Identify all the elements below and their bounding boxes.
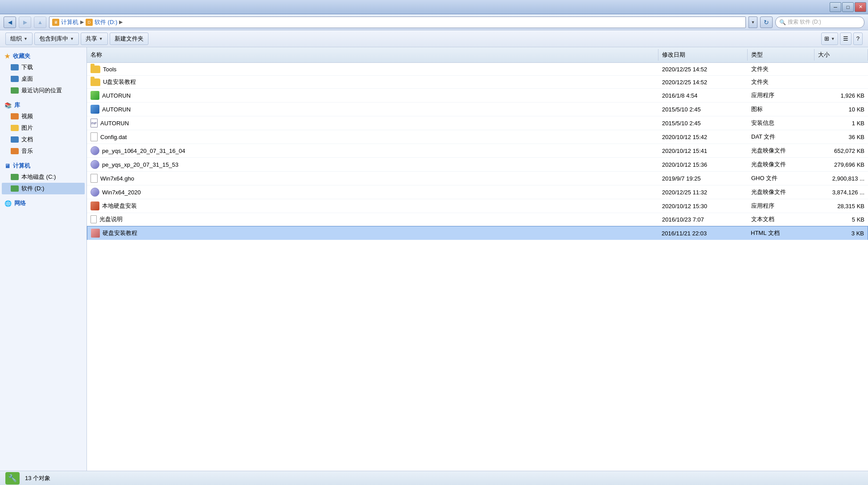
video-label: 视频 [21, 112, 33, 120]
file-date-cell: 2015/5/10 2:45 [658, 104, 748, 115]
sidebar-item-image[interactable]: 图片 [2, 122, 85, 134]
col-header-size[interactable]: 大小 [815, 49, 868, 61]
iso-icon [91, 160, 99, 169]
iso-icon [91, 146, 99, 155]
organize-dropdown-arrow: ▼ [24, 37, 28, 41]
recent-label: 最近访问的位置 [21, 86, 62, 95]
table-row[interactable]: 本地硬盘安装 2020/10/12 15:30 应用程序 28,315 KB [87, 199, 868, 213]
title-bar: ─ □ ✕ [0, 0, 868, 14]
help-icon: ? [856, 35, 860, 42]
new-folder-button[interactable]: 新建文件夹 [110, 33, 148, 45]
help-button[interactable]: ? [853, 33, 863, 45]
file-size-cell: 36 KB [815, 132, 868, 143]
table-row[interactable]: pe_yqs_xp_20_07_31_15_53 2020/10/12 15:3… [87, 158, 868, 172]
folder-icon [91, 66, 100, 73]
table-row[interactable]: AUTORUN 2015/5/10 2:45 图标 10 KB [87, 103, 868, 116]
status-app-icon: 🔧 [5, 472, 20, 485]
library-dropdown-arrow: ▼ [70, 37, 74, 41]
recent-icon [11, 87, 19, 94]
table-row[interactable]: 硬盘安装教程 2016/11/21 22:03 HTML 文档 3 KB [87, 226, 868, 240]
file-date-cell: 2016/10/23 7:07 [658, 214, 748, 225]
col-header-type[interactable]: 类型 [748, 49, 815, 61]
file-name: Win7x64_2020 [102, 189, 141, 196]
search-box[interactable]: 🔍 搜索 软件 (D:) [775, 16, 864, 28]
sidebar-favorites-header[interactable]: ★ 收藏夹 [2, 51, 85, 62]
file-size-cell: 3 KB [814, 228, 868, 239]
folder-icon [91, 78, 100, 86]
favorites-label: 收藏夹 [13, 52, 30, 60]
new-folder-label: 新建文件夹 [115, 35, 144, 43]
download-folder-icon [11, 64, 19, 70]
file-date-cell: 2015/5/10 2:45 [658, 118, 748, 129]
share-label: 共享 [86, 35, 97, 43]
sidebar-item-desktop[interactable]: 桌面 [2, 73, 85, 85]
file-size-cell: 5 KB [815, 214, 868, 225]
sidebar-computer-header[interactable]: 🖥 计算机 [2, 160, 85, 171]
col-header-date[interactable]: 修改日期 [658, 49, 748, 61]
library-button[interactable]: 包含到库中 ▼ [34, 33, 79, 45]
table-row[interactable]: INF AUTORUN 2015/5/10 2:45 安装信息 1 KB [87, 116, 868, 130]
file-date-cell: 2020/10/12 15:36 [658, 159, 748, 170]
inf-icon: INF [91, 119, 98, 127]
file-size-cell: 279,696 KB [815, 159, 868, 170]
file-type-cell: 文件夹 [748, 63, 815, 75]
close-button[interactable]: ✕ [855, 2, 866, 12]
details-view-button[interactable]: ☰ [840, 33, 852, 45]
address-path-bar[interactable]: 🖥 计算机 ▶ D 软件 (D:) ▶ [49, 16, 746, 28]
file-size-cell [815, 67, 868, 71]
organize-label: 组织 [10, 35, 22, 43]
table-row[interactable]: AUTORUN 2016/1/8 4:54 应用程序 1,926 KB [87, 89, 868, 103]
sidebar-item-download[interactable]: 下载 [2, 62, 85, 73]
file-size-cell: 2,900,813 ... [815, 173, 868, 184]
exe-red-icon [91, 201, 99, 210]
sidebar-item-video[interactable]: 视频 [2, 111, 85, 122]
music-icon [11, 148, 19, 154]
ico-icon [91, 105, 99, 114]
file-type-cell: 文件夹 [748, 76, 815, 88]
file-type-cell: 光盘映像文件 [748, 158, 815, 171]
sidebar-network-header[interactable]: 🌐 网络 [2, 198, 85, 209]
view-dropdown-arrow: ▼ [831, 37, 835, 41]
table-row[interactable]: Config.dat 2020/10/12 15:42 DAT 文件 36 KB [87, 130, 868, 144]
file-name-cell: Config.dat [87, 130, 658, 144]
file-date-cell: 2020/12/25 14:52 [658, 64, 748, 75]
sidebar: ★ 收藏夹 下载 桌面 最近访问的位置 📚 库 [0, 47, 87, 471]
refresh-button[interactable]: ↻ [760, 16, 773, 28]
sidebar-item-recent[interactable]: 最近访问的位置 [2, 85, 85, 96]
table-row[interactable]: U盘安装教程 2020/12/25 14:52 文件夹 [87, 76, 868, 89]
table-row[interactable]: pe_yqs_1064_20_07_31_16_04 2020/10/12 15… [87, 144, 868, 158]
file-size-cell: 1,926 KB [815, 90, 868, 101]
sidebar-item-music[interactable]: 音乐 [2, 145, 85, 157]
sidebar-library-header[interactable]: 📚 库 [2, 100, 85, 111]
desktop-icon [11, 76, 19, 82]
up-button[interactable]: ▲ [34, 16, 46, 28]
file-name: Win7x64.gho [100, 175, 134, 182]
library-icon: 📚 [4, 102, 12, 109]
path-sep2: ▶ [119, 19, 123, 25]
sidebar-section-library: 📚 库 视频 图片 文档 音乐 [2, 100, 85, 157]
table-row[interactable]: Win7x64.gho 2019/9/7 19:25 GHO 文件 2,900,… [87, 172, 868, 185]
file-name-cell: pe_yqs_xp_20_07_31_15_53 [87, 158, 658, 171]
share-button[interactable]: 共享 ▼ [81, 33, 108, 45]
path-drive-icon: D [86, 19, 93, 26]
address-bar: ◀ ▶ ▲ 🖥 计算机 ▶ D 软件 (D:) ▶ ▼ ↻ 🔍 搜索 软件 (D… [0, 14, 868, 30]
sidebar-item-disk-d[interactable]: 软件 (D:) [2, 183, 85, 194]
view-button[interactable]: ⊞ ▼ [821, 33, 838, 45]
file-size-cell: 10 KB [815, 104, 868, 115]
forward-button[interactable]: ▶ [19, 16, 31, 28]
table-row[interactable]: 光盘说明 2016/10/23 7:07 文本文档 5 KB [87, 213, 868, 226]
minimize-button[interactable]: ─ [830, 2, 841, 12]
sidebar-item-doc[interactable]: 文档 [2, 134, 85, 145]
file-size-cell [815, 80, 868, 84]
file-type-cell: 文本文档 [748, 213, 815, 226]
table-row[interactable]: Win7x64_2020 2020/12/25 11:32 光盘映像文件 3,8… [87, 185, 868, 199]
sidebar-item-disk-c[interactable]: 本地磁盘 (C:) [2, 171, 85, 183]
maximize-button[interactable]: □ [842, 2, 854, 12]
col-header-name[interactable]: 名称 [87, 49, 658, 61]
organize-button[interactable]: 组织 ▼ [5, 33, 33, 45]
path-computer-label: 计算机 [61, 18, 78, 26]
address-dropdown-button[interactable]: ▼ [749, 16, 757, 28]
table-row[interactable]: Tools 2020/12/25 14:52 文件夹 [87, 63, 868, 76]
back-button[interactable]: ◀ [4, 16, 16, 28]
file-name: Tools [103, 66, 116, 73]
